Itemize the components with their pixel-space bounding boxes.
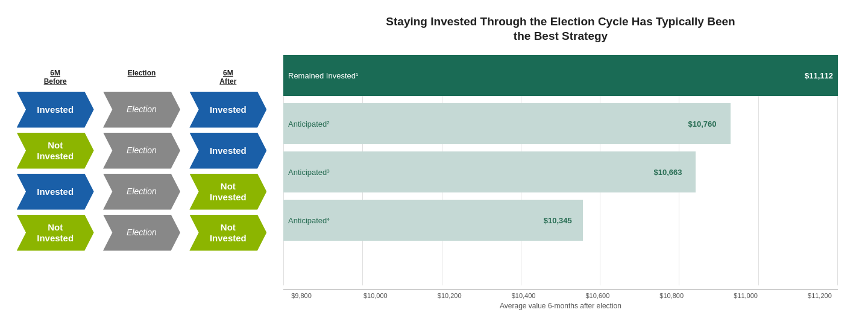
bar-value-4: $10,345 <box>544 215 572 224</box>
election-arrow-1: Election <box>103 92 180 128</box>
chart-title-line1: Staying Invested Through the Election Cy… <box>386 15 735 28</box>
bar-fill-container-4: Anticipated⁴ $10,345 <box>283 200 838 241</box>
x-tick-4: $10,600 <box>579 292 615 299</box>
right-panel: Staying Invested Through the Election Cy… <box>271 8 856 316</box>
bar-fill-container-1: Remained Invested¹ $11,112 <box>283 55 838 96</box>
x-tick-3: $10,400 <box>506 292 542 299</box>
bar-fill-container-2: Anticipated² $10,760 <box>283 103 838 144</box>
before-arrow-1: Invested <box>17 92 94 128</box>
after-arrow-4: NotInvested <box>189 215 266 251</box>
col-election-line2: Election <box>102 69 181 77</box>
bar-row-3: Anticipated³ $10,663 <box>283 151 838 192</box>
bar-fill-1 <box>283 55 838 96</box>
col-after-line1: 6M <box>189 69 267 77</box>
bar-row-2: Anticipated² $10,760 <box>283 103 838 144</box>
col-header-before: 6M Before <box>16 69 95 86</box>
left-panel: 6M Before Election 6M After Invested Ele… <box>12 63 271 262</box>
chart-wrapper: Remained Invested¹ $11,112 Anticipated² … <box>277 55 844 310</box>
column-headers: 6M Before Election 6M After <box>12 69 271 86</box>
col-header-election: Election <box>102 69 181 86</box>
before-arrow-2: NotInvested <box>17 133 94 169</box>
x-axis: $9,800 $10,000 $10,200 $10,400 $10,600 $… <box>283 289 838 299</box>
before-arrow-3: Invested <box>17 174 94 210</box>
x-tick-0: $9,800 <box>283 292 319 299</box>
before-arrow-4: NotInvested <box>17 215 94 251</box>
election-arrow-2: Election <box>103 133 180 169</box>
x-axis-label: Average value 6-months after election <box>283 302 838 310</box>
bar-label-2: Anticipated² <box>288 119 330 128</box>
scenario-row-4: NotInvested Election NotInvested <box>12 215 271 251</box>
bar-row-1: Remained Invested¹ $11,112 <box>283 55 838 96</box>
col-before-line1: 6M <box>16 69 95 77</box>
bar-value-2: $10,760 <box>688 119 717 128</box>
x-axis-container: $9,800 $10,000 $10,200 $10,400 $10,600 $… <box>277 285 844 310</box>
col-after-line2: After <box>189 77 267 86</box>
chart-title-line2: the Best Strategy <box>514 30 608 42</box>
bar-fill-2 <box>283 103 731 144</box>
bar-label-4: Anticipated⁴ <box>288 215 330 224</box>
after-arrow-1: Invested <box>189 92 266 128</box>
bar-label-1: Remained Invested¹ <box>288 71 358 80</box>
scenario-row-1: Invested Election Invested <box>12 92 271 128</box>
x-tick-5: $10,800 <box>653 292 690 299</box>
scenario-row-3: Invested Election NotInvested <box>12 174 271 210</box>
election-arrow-4: Election <box>103 215 180 251</box>
bar-fill-3 <box>283 151 696 192</box>
col-before-line2: Before <box>16 77 95 86</box>
bar-label-3: Anticipated³ <box>288 167 330 176</box>
x-tick-1: $10,000 <box>357 292 394 299</box>
chart-title: Staying Invested Through the Election Cy… <box>277 14 844 44</box>
bar-row-4: Anticipated⁴ $10,345 <box>283 200 838 241</box>
scenario-row-2: NotInvested Election Invested <box>12 133 271 169</box>
bar-value-1: $11,112 <box>805 71 833 80</box>
bar-value-3: $10,663 <box>653 167 682 176</box>
election-arrow-3: Election <box>103 174 180 210</box>
main-container: 6M Before Election 6M After Invested Ele… <box>0 0 868 324</box>
after-arrow-2: Invested <box>189 133 266 169</box>
bar-fill-container-3: Anticipated³ $10,663 <box>283 151 838 192</box>
after-arrow-3: NotInvested <box>189 174 266 210</box>
col-header-after: 6M After <box>189 69 267 86</box>
x-tick-6: $11,000 <box>728 292 764 299</box>
x-tick-7: $11,200 <box>802 292 838 299</box>
bars-area: Remained Invested¹ $11,112 Anticipated² … <box>277 55 844 285</box>
x-tick-2: $10,200 <box>432 292 468 299</box>
